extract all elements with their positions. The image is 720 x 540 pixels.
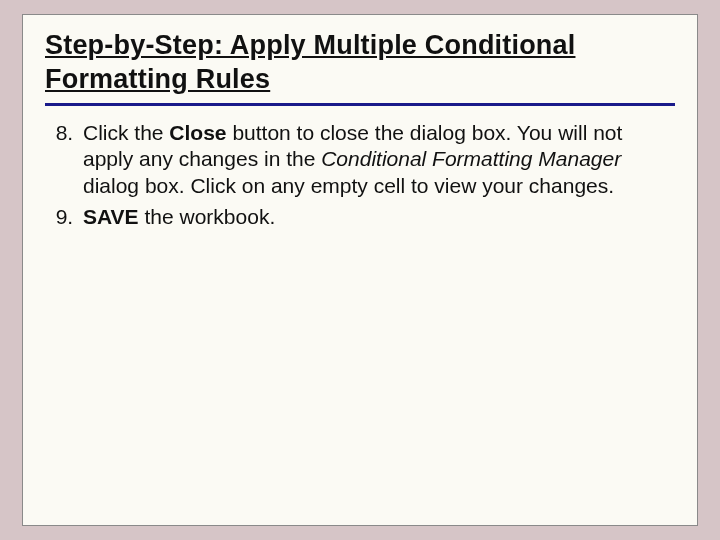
- text-run: dialog box. Click on any empty cell to v…: [83, 174, 614, 197]
- list-item: SAVE the workbook.: [79, 204, 669, 231]
- text-run: Conditional Formatting Manager: [321, 147, 621, 170]
- list-item: Click the Close button to close the dial…: [79, 120, 669, 201]
- content-box: Step-by-Step: Apply Multiple Conditional…: [22, 14, 698, 526]
- title-underline-rule: [45, 103, 675, 106]
- text-run: Close: [169, 121, 226, 144]
- text-run: Click the: [83, 121, 169, 144]
- slide-title: Step-by-Step: Apply Multiple Conditional…: [45, 29, 675, 97]
- text-run: the workbook.: [139, 205, 276, 228]
- step-list: Click the Close button to close the dial…: [45, 120, 675, 232]
- slide: Step-by-Step: Apply Multiple Conditional…: [0, 0, 720, 540]
- text-run: SAVE: [83, 205, 139, 228]
